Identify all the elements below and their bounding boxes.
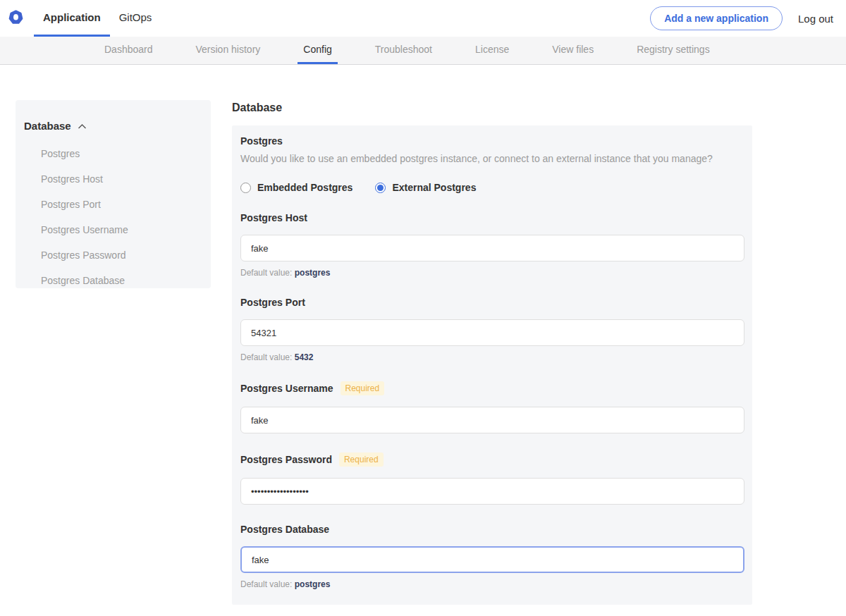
config-field-postgres-port: Postgres Port Default value: 5432 <box>240 297 744 362</box>
postgres-port-label: Postgres Port <box>240 297 305 308</box>
radio-external-postgres[interactable]: External Postgres <box>375 182 476 193</box>
config-field-postgres-database: Postgres Database Default value: postgre… <box>240 524 744 589</box>
postgres-radio-group: Embedded Postgres External Postgres <box>240 182 744 193</box>
config-sidebar: Database Postgres Postgres Host Postgres… <box>16 100 211 288</box>
content-area: Database Postgres Postgres Host Postgres… <box>0 65 846 616</box>
top-nav: Application GitOps Add a new application… <box>0 0 846 37</box>
postgres-help-text: Would you like to use an embedded postgr… <box>240 153 744 164</box>
subnav-item-dashboard[interactable]: Dashboard <box>99 37 159 64</box>
sidebar-item-postgres-password[interactable]: Postgres Password <box>24 242 204 268</box>
radio-selected-icon <box>375 183 386 193</box>
required-badge: Required <box>339 452 384 467</box>
sidebar-item-postgres-database[interactable]: Postgres Database <box>24 268 204 288</box>
postgres-group-label: Postgres <box>240 135 744 147</box>
subnav-item-config[interactable]: Config <box>298 37 337 64</box>
config-item-postgres: Postgres Would you like to use an embedd… <box>240 135 744 193</box>
postgres-host-default-hint: Default value: postgres <box>240 268 744 278</box>
tab-application[interactable]: Application <box>34 0 110 37</box>
postgres-host-label: Postgres Host <box>240 212 307 223</box>
radio-external-postgres-label: External Postgres <box>392 182 476 193</box>
config-field-postgres-username: Postgres Username Required <box>240 381 744 433</box>
tab-gitops-label: GitOps <box>119 11 152 23</box>
sidebar-item-postgres[interactable]: Postgres <box>24 141 204 166</box>
config-field-postgres-password: Postgres Password Required <box>240 452 744 505</box>
postgres-port-default-hint: Default value: 5432 <box>240 352 744 362</box>
subnav-item-license[interactable]: License <box>470 37 515 64</box>
postgres-port-input[interactable] <box>240 319 744 346</box>
sidebar-group-label: Database <box>24 120 71 132</box>
section-title: Database <box>232 101 752 114</box>
sidebar-item-postgres-host[interactable]: Postgres Host <box>24 166 204 192</box>
sidebar-group-database[interactable]: Database <box>24 120 204 132</box>
config-field-postgres-host: Postgres Host Default value: postgres <box>240 212 744 278</box>
postgres-database-default-hint: Default value: postgres <box>240 579 744 589</box>
subnav-item-registry-settings[interactable]: Registry settings <box>631 37 715 64</box>
postgres-host-input[interactable] <box>240 235 744 261</box>
sidebar-item-postgres-username[interactable]: Postgres Username <box>24 217 204 242</box>
app-subnav: Dashboard Version history Config Trouble… <box>0 37 846 65</box>
sidebar-item-postgres-port[interactable]: Postgres Port <box>24 192 204 217</box>
top-tab-bar: Application GitOps <box>34 0 161 37</box>
postgres-username-label: Postgres Username <box>240 383 333 394</box>
postgres-password-label: Postgres Password <box>240 454 332 465</box>
tab-application-label: Application <box>43 11 101 23</box>
chevron-up-icon <box>78 120 87 132</box>
sidebar-item-list: Postgres Postgres Host Postgres Port Pos… <box>24 141 204 288</box>
subnav-item-view-files[interactable]: View files <box>546 37 599 64</box>
tab-gitops[interactable]: GitOps <box>110 0 161 37</box>
logout-button[interactable]: Log out <box>798 13 833 25</box>
radio-unselected-icon <box>240 183 251 193</box>
app-logo[interactable] <box>7 10 24 27</box>
postgres-username-input[interactable] <box>240 407 744 433</box>
add-application-button[interactable]: Add a new application <box>650 6 783 30</box>
postgres-password-input[interactable] <box>240 478 744 505</box>
config-main: Database Postgres Would you like to use … <box>232 100 752 616</box>
required-badge: Required <box>341 381 385 395</box>
config-panel: Postgres Would you like to use an embedd… <box>232 125 752 605</box>
topnav-right: Add a new application Log out <box>650 6 833 30</box>
subnav-item-troubleshoot[interactable]: Troubleshoot <box>369 37 438 64</box>
subnav-item-version-history[interactable]: Version history <box>190 37 266 64</box>
postgres-database-label: Postgres Database <box>240 524 329 535</box>
kots-logo-icon <box>8 9 24 28</box>
radio-embedded-postgres[interactable]: Embedded Postgres <box>240 182 352 193</box>
radio-embedded-postgres-label: Embedded Postgres <box>257 182 352 193</box>
postgres-database-input[interactable] <box>240 546 744 573</box>
